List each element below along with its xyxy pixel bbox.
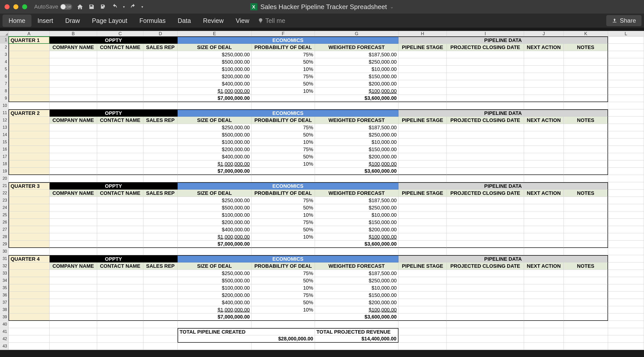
cell[interactable] <box>9 211 50 219</box>
cell[interactable] <box>50 175 97 182</box>
cell[interactable] <box>97 306 143 314</box>
cell[interactable] <box>564 277 608 284</box>
cell[interactable] <box>447 80 524 87</box>
tell-me-search[interactable]: Tell me <box>258 17 285 24</box>
cell[interactable] <box>9 139 50 146</box>
cell[interactable] <box>398 314 447 321</box>
cell[interactable] <box>608 182 644 190</box>
cell[interactable] <box>564 124 608 131</box>
cell[interactable] <box>608 197 644 204</box>
cell[interactable] <box>50 51 97 58</box>
tab-view[interactable]: View <box>230 15 255 27</box>
cell[interactable]: $1,000,000.00 <box>178 160 252 168</box>
cell[interactable] <box>398 73 447 80</box>
cell[interactable] <box>143 95 178 102</box>
cell[interactable] <box>564 241 608 248</box>
cell[interactable]: CONTACT NAME <box>97 190 143 197</box>
cell[interactable]: $100,000.00 <box>178 139 252 146</box>
cell[interactable]: TOTAL PROJECTED REVENUE <box>315 328 398 335</box>
row-header[interactable]: 33 <box>0 270 9 277</box>
row-header[interactable]: 14 <box>0 131 9 139</box>
cell[interactable] <box>447 314 524 321</box>
cell[interactable] <box>9 343 50 350</box>
cell[interactable] <box>447 233 524 241</box>
cell[interactable] <box>608 131 644 139</box>
row-header[interactable]: 25 <box>0 211 9 219</box>
cell[interactable] <box>315 343 398 350</box>
cell[interactable] <box>608 80 644 87</box>
cell[interactable] <box>9 248 50 255</box>
cell[interactable]: WEIGHTED FORECAST <box>315 262 398 270</box>
cell[interactable] <box>524 73 564 80</box>
cell[interactable]: $10,000.00 <box>315 211 398 219</box>
cell[interactable]: $150,000.00 <box>315 219 398 226</box>
cell[interactable]: 10% <box>252 160 315 168</box>
cell[interactable]: 50% <box>252 226 315 233</box>
cell[interactable] <box>178 175 252 182</box>
document-title[interactable]: X Sales Hacker Pipeline Tracker Spreadsh… <box>250 3 394 11</box>
cell[interactable]: PROJECTED CLOSING DATE <box>447 190 524 197</box>
row-header[interactable]: 6 <box>0 73 9 80</box>
cell[interactable] <box>398 153 447 160</box>
cell[interactable] <box>524 321 564 328</box>
cell[interactable] <box>398 277 447 284</box>
cell[interactable]: NOTES <box>564 262 608 270</box>
row-header[interactable]: 3 <box>0 51 9 58</box>
cell[interactable]: $100,000.00 <box>315 306 398 314</box>
cell[interactable]: $200,000.00 <box>178 219 252 226</box>
cell[interactable]: SIZE OF DEAL <box>178 190 252 197</box>
cell[interactable]: SALES REP <box>143 190 178 197</box>
cell[interactable]: $1,000,000.00 <box>178 233 252 241</box>
cell[interactable] <box>97 160 143 168</box>
cell[interactable] <box>143 241 178 248</box>
cell[interactable] <box>9 306 50 314</box>
cell[interactable] <box>524 197 564 204</box>
cell[interactable] <box>564 270 608 277</box>
cell[interactable] <box>9 146 50 153</box>
toggle-icon[interactable]: Off <box>60 4 72 10</box>
cell[interactable] <box>143 314 178 321</box>
cell[interactable] <box>564 321 608 328</box>
cell[interactable] <box>564 58 608 66</box>
cell[interactable] <box>9 270 50 277</box>
cell[interactable] <box>97 51 143 58</box>
cell[interactable] <box>608 292 644 299</box>
cell[interactable] <box>398 284 447 292</box>
cell[interactable] <box>50 87 97 95</box>
cell[interactable]: 75% <box>252 292 315 299</box>
cell[interactable] <box>564 102 608 109</box>
row-header[interactable]: 10 <box>0 102 9 109</box>
cell[interactable] <box>608 146 644 153</box>
cell[interactable] <box>398 321 447 328</box>
cell[interactable] <box>9 80 50 87</box>
cell[interactable]: $3,600,000.00 <box>315 241 398 248</box>
cell[interactable] <box>608 343 644 350</box>
cell[interactable] <box>50 335 97 343</box>
cell[interactable] <box>447 168 524 175</box>
cell[interactable]: PROBABILITY OF DEAL <box>252 117 315 124</box>
cell[interactable]: $187,500.00 <box>315 270 398 277</box>
cell[interactable] <box>143 153 178 160</box>
cell[interactable] <box>398 343 447 350</box>
cell[interactable]: COMPANY NAME <box>50 190 97 197</box>
cell[interactable] <box>50 284 97 292</box>
cell[interactable] <box>9 117 50 124</box>
col-header[interactable]: J <box>524 31 564 36</box>
cell[interactable]: 10% <box>252 87 315 95</box>
cell[interactable] <box>97 299 143 306</box>
cell[interactable] <box>608 211 644 219</box>
cell[interactable]: 10% <box>252 211 315 219</box>
cell[interactable] <box>50 299 97 306</box>
tab-home[interactable]: Home <box>3 15 31 27</box>
cell[interactable]: PIPELINE DATA <box>398 109 608 117</box>
cell[interactable] <box>608 321 644 328</box>
cell[interactable] <box>564 160 608 168</box>
cell[interactable]: ECONOMICS <box>178 109 398 117</box>
cell[interactable] <box>9 87 50 95</box>
cell[interactable] <box>9 292 50 299</box>
row-header[interactable]: 28 <box>0 233 9 241</box>
cell[interactable] <box>50 146 97 153</box>
cell[interactable] <box>143 321 178 328</box>
cell[interactable] <box>97 175 143 182</box>
cell[interactable] <box>447 321 524 328</box>
